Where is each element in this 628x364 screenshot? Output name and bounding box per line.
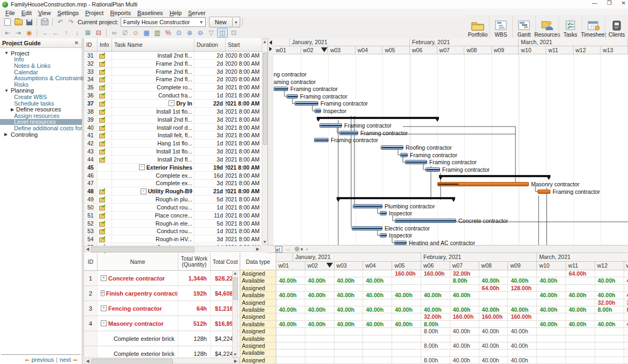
collapse-box-icon[interactable]: − bbox=[141, 188, 146, 194]
column-header-total-work-quantity-[interactable]: Total Work (Quantity) bbox=[178, 253, 211, 270]
guide-section-planning[interactable]: ▼Planning bbox=[0, 88, 82, 94]
resource-histogram-icon[interactable] bbox=[275, 246, 282, 253]
allocation-row[interactable]: Available40.00h40.00h40.00h40.00h40.00h4… bbox=[240, 292, 628, 299]
save-icon[interactable] bbox=[24, 18, 34, 26]
column-header-task-name[interactable]: Task Name bbox=[112, 38, 194, 51]
close-button[interactable]: ✕ bbox=[622, 0, 626, 6]
gantt-bar-task[interactable] bbox=[315, 109, 321, 113]
scroll-left-icon[interactable]: ◀ bbox=[85, 359, 90, 363]
collapse-all-icon[interactable]: ⊟ bbox=[94, 29, 103, 37]
resource-table-hscrollbar[interactable]: ◀ ▶ bbox=[84, 358, 239, 364]
menu-item-edit[interactable]: Edit bbox=[18, 10, 35, 16]
guide-item-info[interactable]: Info bbox=[0, 57, 82, 63]
view-button-gantt[interactable]: Gantt bbox=[512, 15, 535, 39]
filter-icon[interactable]: ▽ bbox=[206, 29, 216, 37]
allocation-row[interactable]: Assigned8.00h40.00h40.00h40.00h bbox=[240, 328, 628, 335]
gantt-bar-critical[interactable] bbox=[437, 182, 529, 186]
allocation-row[interactable]: Available40.00h40.00h40.00h40.00h40.00h8… bbox=[240, 321, 628, 328]
expand-box-icon[interactable]: + bbox=[101, 275, 107, 281]
gantt-bar-summary[interactable] bbox=[337, 197, 455, 199]
task-table-vscrollbar[interactable]: ▲ ▼ bbox=[262, 39, 268, 245]
resource-row[interactable]: Complete exterior brick128h$4,224 bbox=[84, 331, 240, 346]
close-guide-icon[interactable]: ✕ bbox=[73, 40, 80, 46]
allocation-row[interactable]: Assigned32.00h32.00h bbox=[240, 299, 628, 306]
menu-item-project[interactable]: Project bbox=[82, 10, 107, 16]
task-row[interactable]: 47Complete ex...3dMar 1, 2021 8:00 AM bbox=[84, 180, 262, 188]
expand-right-icon[interactable] bbox=[269, 47, 272, 51]
column-header-start[interactable]: Start bbox=[226, 38, 262, 51]
task-row[interactable]: 37−Dry In22dJan 6, 2021 8:00 AM bbox=[84, 100, 262, 108]
task-row[interactable]: 50Conduct rou...1dJan 22, 2021 8:00 AM bbox=[84, 204, 262, 212]
scroll-down-icon[interactable]: ▼ bbox=[262, 240, 267, 244]
menu-item-help[interactable]: Help bbox=[166, 10, 185, 16]
zoom-in-icon[interactable]: ⊕ bbox=[185, 29, 194, 37]
restore-button[interactable]: ❐ bbox=[607, 0, 612, 6]
minimize-button[interactable]: — bbox=[592, 0, 597, 6]
menu-item-baselines[interactable]: Baselines bbox=[134, 10, 166, 16]
expand-triangle-icon[interactable]: ▶ bbox=[11, 107, 16, 112]
print-icon[interactable] bbox=[40, 18, 50, 26]
expand-triangle-icon[interactable]: ▶ bbox=[4, 132, 11, 137]
gantt-bar-task[interactable] bbox=[352, 226, 382, 230]
gantt-bar-critical[interactable] bbox=[538, 190, 550, 194]
task-row[interactable]: 54Rough-in HV...3dJan 25, 2021 8:00 AM bbox=[84, 235, 262, 243]
gantt-bar-task[interactable] bbox=[381, 145, 403, 150]
task-row[interactable]: 33Frame 2nd fl...3dDec 25, 2020 8:00 AM bbox=[84, 68, 262, 76]
side-panel-icon[interactable]: ⊡ bbox=[229, 29, 239, 37]
gantt-bar-summary[interactable] bbox=[317, 117, 439, 119]
guide-item-notes-links[interactable]: Notes & Links bbox=[0, 62, 82, 69]
gantt-bar-task[interactable] bbox=[380, 211, 387, 215]
current-project-select[interactable]: Family House Constructior ▼ bbox=[121, 17, 206, 27]
scroll-left-icon[interactable]: ◀ bbox=[85, 247, 90, 251]
column-header-id[interactable]: ID bbox=[84, 253, 97, 270]
column-header-id[interactable]: ID bbox=[84, 38, 97, 51]
menu-item-reports[interactable]: Reports bbox=[107, 10, 134, 16]
chart-options-icon[interactable]: ▥ bbox=[152, 29, 162, 37]
task-row[interactable]: 32Frame 2nd fl...2dDec 23, 2020 8:00 AM bbox=[84, 60, 262, 68]
task-row[interactable]: 49Rough-in plu...5dJan 15, 2021 8:00 AM bbox=[84, 195, 262, 204]
view-button-timesheet[interactable]: Timesheet bbox=[582, 15, 605, 39]
guide-item-define-additional-costs-for-tasks[interactable]: Define additional costs for tasks bbox=[0, 125, 82, 131]
guide-item-assign-resources[interactable]: Assign resources bbox=[0, 113, 82, 119]
guide-item-calendar[interactable]: Calendar bbox=[0, 69, 82, 75]
task-costs-icon[interactable]: ◉ bbox=[24, 29, 34, 37]
link-tasks-icon[interactable]: ∞ bbox=[109, 29, 119, 37]
new-project-button[interactable]: New bbox=[209, 17, 233, 27]
collapse-triangle-icon[interactable]: ▼ bbox=[4, 88, 11, 93]
guide-item-level-resources[interactable]: Level resources bbox=[0, 119, 82, 125]
collapse-left-icon[interactable] bbox=[269, 40, 272, 45]
task-row[interactable]: 52Rough-in ele...5dJan 15, 2021 8:00 AM bbox=[84, 220, 262, 228]
task-row[interactable]: 38Install 1st flo...3dJan 7, 2021 8:00 A… bbox=[84, 108, 262, 116]
swap-panels-icon[interactable]: ⇔ bbox=[285, 246, 291, 253]
view-button-portfolio[interactable]: Portfolio bbox=[466, 15, 489, 39]
gantt-bar-task[interactable] bbox=[274, 87, 288, 91]
resource-row[interactable]: 3+Fencing contractor64h$1,216 bbox=[84, 301, 240, 316]
new-project-dropdown-icon[interactable]: ▼ bbox=[233, 17, 240, 27]
allocation-row[interactable]: Available bbox=[240, 335, 628, 342]
guide-section-project[interactable]: ▼Project bbox=[0, 50, 82, 57]
column-header-duration[interactable]: Duration bbox=[194, 38, 226, 51]
scroll-right-icon[interactable]: ▶ bbox=[233, 359, 239, 363]
resource-table-vscrollbar[interactable]: ▲ ▼ bbox=[232, 270, 238, 358]
scroll-up-icon[interactable]: ▲ bbox=[262, 39, 267, 44]
task-table-hscrollbar[interactable]: ◀ ▶ bbox=[84, 246, 261, 252]
new-file-icon[interactable] bbox=[3, 18, 12, 26]
scroll-thumb[interactable] bbox=[263, 52, 268, 145]
guide-item-schedule-tasks[interactable]: Schedule tasks bbox=[0, 100, 82, 107]
gantt-bar-task[interactable] bbox=[314, 138, 329, 142]
resource-row[interactable]: 1+Concrete contractor1,344h$28,224 bbox=[84, 271, 240, 286]
email-project-icon[interactable] bbox=[246, 18, 255, 26]
task-grid-icon[interactable]: ▦ bbox=[142, 29, 151, 37]
collapse-box-icon[interactable]: − bbox=[101, 320, 107, 326]
scroll-right-icon[interactable]: ▶ bbox=[255, 247, 261, 251]
move-left-icon[interactable]: ← bbox=[51, 29, 60, 37]
gantt-bar-task[interactable] bbox=[339, 131, 358, 135]
redo-icon[interactable]: ↷ bbox=[66, 18, 76, 26]
gantt-bar-task[interactable] bbox=[353, 204, 382, 208]
guide-item-assumptions-constraints[interactable]: Assumptions & Constraints bbox=[0, 75, 82, 81]
view-button-clients[interactable]: Clients bbox=[605, 15, 628, 39]
outdent-task-icon[interactable]: ⇤ bbox=[3, 29, 12, 37]
move-down-icon[interactable]: ↓ bbox=[72, 29, 82, 37]
indent-task-icon[interactable]: ⇥ bbox=[13, 29, 23, 37]
scroll-thumb[interactable] bbox=[91, 359, 173, 364]
